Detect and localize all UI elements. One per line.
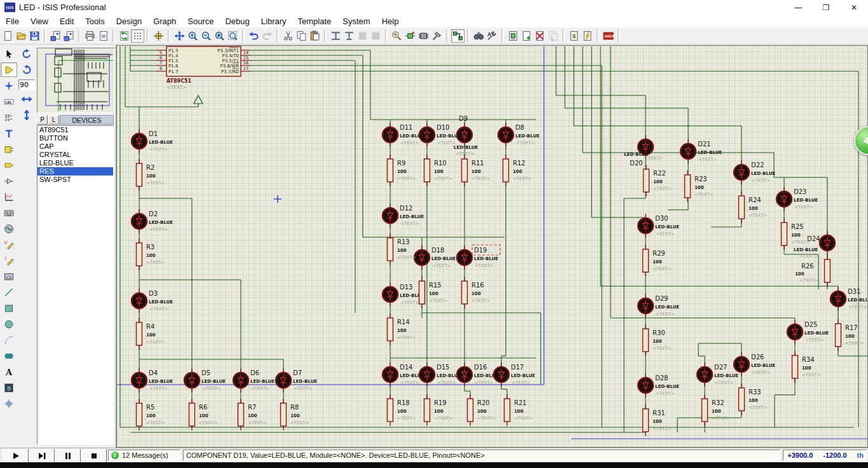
device-item-led-blue[interactable]: LED-BLUE [37, 159, 113, 167]
led-D13[interactable]: D13LED-BLUE<TEXT> [383, 282, 424, 306]
led-D29[interactable]: D29LED-BLUE<TEXT> [638, 294, 679, 318]
led-D11[interactable]: D11LED-BLUE<TEXT> [383, 123, 424, 147]
led-D12[interactable]: D12LED-BLUE<TEXT> [383, 203, 424, 228]
simulate-step-button[interactable] [29, 449, 55, 463]
menu-library[interactable]: Library [255, 15, 292, 27]
origin-button[interactable] [152, 29, 165, 43]
led-D1[interactable]: D1LED-BLUE<TEXT> [132, 129, 173, 153]
menu-edit[interactable]: Edit [54, 15, 79, 27]
resistor-R13[interactable]: R13100<TEXT> [388, 233, 416, 265]
led-D28[interactable]: D28LED-BLUE<TEXT> [638, 373, 679, 397]
simulate-stop-button[interactable] [81, 449, 107, 463]
resistor-R6[interactable]: R6100<TEXT> [189, 399, 218, 430]
schematic-editor-canvas[interactable]: P1.3P3.3/INT1514P1.4P3.4/T0615P1.5P3.5/T… [116, 45, 868, 448]
junction-mode-button[interactable] [1, 78, 17, 93]
marker-2d-button[interactable] [1, 396, 17, 411]
design-explorer-button[interactable] [506, 29, 520, 43]
menu-help[interactable]: Help [376, 15, 405, 27]
remove-sheet-button[interactable] [533, 29, 546, 43]
symbol-2d-button[interactable]: S [1, 380, 17, 395]
resistor-R17[interactable]: R17100<TEXT> [836, 319, 864, 351]
voltage-probe-mode-button[interactable]: V [1, 237, 17, 252]
device-item-cap[interactable]: CAP [37, 142, 113, 151]
resistor-R14[interactable]: R14100<TEXT> [388, 313, 416, 345]
block-move-button[interactable] [342, 29, 356, 43]
resistor-R22[interactable]: R22100<TEXT> [644, 165, 672, 196]
resistor-R29[interactable]: R29100<TEXT> [643, 245, 672, 277]
resistor-R18[interactable]: R18100<TEXT> [388, 394, 416, 426]
goto-sheet-button[interactable] [546, 29, 560, 43]
led-D21[interactable]: D21LED-BLUE<TEXT> [681, 139, 722, 163]
device-item-button[interactable]: BUTTON [37, 134, 113, 142]
zoom-full-button[interactable] [213, 29, 226, 43]
grid-toggle-button[interactable] [131, 29, 144, 43]
menu-template[interactable]: Template [292, 15, 337, 27]
selection-pointer-button[interactable] [1, 46, 17, 61]
decompose-button[interactable] [430, 29, 444, 43]
overview-window[interactable] [37, 48, 115, 113]
led-D14[interactable]: D14LED-BLUE<TEXT> [383, 362, 424, 387]
resistor-R30[interactable]: R30100<TEXT> [643, 324, 672, 356]
component-mode-button[interactable] [1, 62, 17, 77]
led-D19[interactable]: D19LED-BLUE<TEXT> [457, 245, 500, 270]
block-rotate-button[interactable] [356, 29, 369, 43]
wire-autoroute-button[interactable] [451, 29, 465, 43]
resistor-R21[interactable]: R21100<TEXT> [505, 394, 533, 426]
resistor-R26[interactable]: R26100<TEXT> [795, 255, 831, 287]
mcu-AT89C51[interactable]: P1.3P3.3/INT1514P1.4P3.4/T0615P1.5P3.5/T… [156, 46, 251, 90]
arc-2d-button[interactable] [1, 333, 17, 347]
bus-mode-button[interactable] [1, 126, 17, 141]
led-D10[interactable]: D10LED-BLUE<TEXT> [419, 123, 461, 147]
refresh-button[interactable] [118, 29, 131, 43]
menu-system[interactable]: System [337, 15, 376, 27]
led-D17[interactable]: D17LED-BLUE<TEXT> [494, 362, 535, 387]
pick-device-button[interactable] [390, 29, 403, 43]
resistor-R3[interactable]: R3100<TEXT> [137, 238, 165, 270]
block-delete-button[interactable] [369, 29, 383, 43]
menu-design[interactable]: Design [111, 15, 147, 27]
menu-view[interactable]: View [25, 15, 54, 27]
rotation-angle-input[interactable] [18, 79, 35, 90]
close-button[interactable]: ✕ [840, 0, 868, 15]
export-file-button[interactable] [62, 29, 76, 43]
led-D3[interactable]: D3LED-BLUE<TEXT> [132, 289, 173, 313]
virtual-instruments-mode-button[interactable] [1, 269, 17, 284]
undo-button[interactable] [247, 29, 261, 43]
mirror-vertical-button[interactable] [19, 108, 34, 122]
led-D25[interactable]: D25LED-BLUE<TEXT> [787, 320, 829, 344]
resistor-R12[interactable]: R12100<TEXT> [503, 155, 532, 186]
led-D8[interactable]: D8LED-BLUE<TEXT> [498, 123, 539, 147]
make-device-button[interactable] [403, 29, 417, 43]
led-D20[interactable]: D20LED-BLUE<TEXT> [624, 135, 663, 167]
resistor-R19[interactable]: R19100<TEXT> [424, 394, 453, 426]
device-pin-mode-button[interactable] [1, 174, 17, 188]
resistor-R23[interactable]: R23100<TEXT> [685, 170, 714, 202]
mirror-horizontal-button[interactable] [19, 92, 34, 106]
led-D6[interactable]: D6LED-BLUE<TEXT> [233, 368, 275, 392]
resistor-R2[interactable]: R2100<TEXT> [137, 159, 165, 191]
menu-graph[interactable]: Graph [147, 15, 182, 27]
save-file-button[interactable] [28, 29, 41, 43]
new-sheet-button[interactable] [520, 29, 533, 43]
print-button[interactable] [83, 29, 97, 43]
device-item-at89c51[interactable]: AT89C51 [37, 126, 113, 134]
cut-button[interactable] [281, 29, 295, 43]
led-D16[interactable]: D16LED-BLUE<TEXT> [457, 362, 498, 387]
zoom-in-button[interactable] [186, 29, 200, 43]
ares-button[interactable]: ARES [602, 29, 615, 43]
current-probe-mode-button[interactable]: I [1, 253, 17, 268]
zoom-out-button[interactable] [200, 29, 213, 43]
paste-button[interactable] [308, 29, 322, 43]
power-terminal[interactable] [194, 95, 203, 107]
text-script-mode-button[interactable] [1, 110, 17, 125]
block-copy-button[interactable] [329, 29, 342, 43]
simulate-pause-button[interactable] [55, 449, 81, 463]
led-D4[interactable]: D4LED-BLUE<TEXT> [132, 368, 173, 392]
bom-button[interactable]: $ [567, 29, 581, 43]
circle-2d-button[interactable] [1, 317, 17, 331]
wire-label-mode-button[interactable]: LBL [1, 94, 17, 109]
resistor-R8[interactable]: R8100<TEXT> [281, 399, 309, 430]
device-item-res[interactable]: RES [37, 167, 113, 176]
resistor-R34[interactable]: R34100<TEXT> [792, 351, 821, 383]
resistor-R32[interactable]: R32100<TEXT> [702, 394, 731, 426]
